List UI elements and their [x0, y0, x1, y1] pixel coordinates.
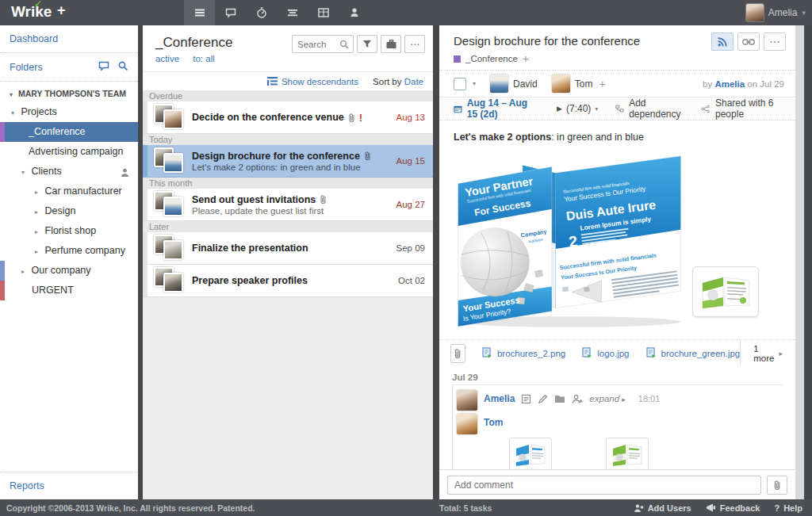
task-row[interactable]: Decide on the conference venue ! Aug 13: [143, 101, 433, 134]
complete-checkbox[interactable]: [454, 78, 466, 90]
sidebar-item-urgent[interactable]: URGENT: [0, 281, 138, 300]
team-name: MARY THOMPSON'S TEAM: [18, 89, 126, 98]
chevron-right-icon: ▸: [779, 350, 783, 357]
clipboard-icon[interactable]: [521, 394, 531, 404]
filter-button[interactable]: [357, 35, 377, 53]
assignee-name: David: [513, 78, 538, 90]
sort-control[interactable]: Sort by Date: [373, 77, 423, 86]
brochure-image[interactable]: Successful firm with solid financials Yo…: [452, 147, 690, 330]
descendants-icon: [267, 77, 278, 86]
add-folder-tag-button[interactable]: +: [523, 52, 529, 65]
archive-button[interactable]: [381, 35, 401, 53]
menu-icon: [193, 6, 206, 19]
sidebar-item-florist-shop[interactable]: ▸ Florist shop: [0, 221, 138, 241]
chat-button[interactable]: [215, 0, 246, 25]
table-view-button[interactable]: [308, 0, 339, 25]
task-total: Total: 5 tasks: [439, 503, 492, 513]
folder-tag[interactable]: _Conference: [465, 54, 518, 63]
more-options-button[interactable]: ⋯: [404, 35, 425, 53]
task-row[interactable]: Finalize the presentation Sep 09: [143, 232, 433, 265]
scrollbar-gutter[interactable]: [795, 25, 804, 499]
add-dependency-button[interactable]: Add dependency: [615, 97, 684, 120]
timer-button[interactable]: [246, 0, 277, 25]
date-range-control[interactable]: Aug 14 – Aug 15 (2d): [454, 97, 539, 120]
search-input[interactable]: [293, 36, 339, 52]
comment-attach-button[interactable]: [767, 476, 787, 495]
task-description[interactable]: Let's make 2 options: in green and in bl…: [439, 120, 795, 146]
attachment-chip[interactable]: brochure_green.jpg: [645, 347, 741, 359]
important-icon: !: [359, 112, 362, 124]
sidebar-item-projects[interactable]: ▾ Projects: [0, 102, 138, 122]
more-attachments-button[interactable]: 1 more ▸: [740, 340, 795, 366]
show-descendants-toggle[interactable]: Show descendants: [267, 77, 358, 86]
task-list-header: _Conference active to: all: [143, 25, 433, 71]
tree-label: Projects: [21, 106, 57, 117]
assignee-tom[interactable]: Tom: [552, 75, 593, 93]
play-icon: ▶: [557, 105, 562, 113]
sidebar-item-our-company[interactable]: ▸ Our company: [0, 261, 138, 281]
byline-author[interactable]: Amelia: [714, 79, 745, 89]
tree-label: Florist shop: [45, 225, 97, 236]
task-row-selected[interactable]: Design brochure for the conference Let's…: [143, 145, 433, 178]
activity-stream-button[interactable]: [277, 0, 308, 25]
add-comment-input[interactable]: [447, 476, 761, 495]
pencil-icon[interactable]: [538, 394, 548, 404]
avatar: [552, 75, 570, 93]
status-dropdown-icon[interactable]: ▾: [473, 80, 476, 87]
sidebar-item-car-manufacturer[interactable]: ▸ Car manufacturer: [0, 182, 138, 201]
sidebar-item-design[interactable]: ▸ Design: [0, 201, 138, 221]
sidebar-item-reports[interactable]: Reports: [0, 472, 138, 499]
task-row[interactable]: Prepare speaker profiles Oct 02: [143, 265, 433, 297]
permalink-button[interactable]: [737, 32, 760, 51]
add-users-button[interactable]: Add Users: [634, 503, 691, 513]
follow-button[interactable]: [711, 32, 733, 51]
task-row[interactable]: Send out guest invitations Please, updat…: [143, 189, 433, 221]
help-button[interactable]: ? Help: [774, 503, 802, 513]
link-icon: [742, 38, 755, 46]
add-users-label: Add Users: [648, 503, 691, 513]
feedback-button[interactable]: Feedback: [706, 503, 760, 513]
comment-author[interactable]: Tom: [484, 417, 503, 428]
task-main: Prepare speaker profiles: [189, 275, 392, 286]
chat-bubble-icon: [224, 6, 237, 19]
folder-search-icon[interactable]: [117, 60, 128, 74]
blue-brochure-thumb[interactable]: [509, 438, 552, 472]
more-options-button[interactable]: ⋯: [764, 32, 786, 51]
user-menu[interactable]: Amelia ▾: [746, 0, 806, 25]
add-new-button[interactable]: +: [57, 2, 66, 19]
sidebar-item-folders[interactable]: Folders: [0, 53, 138, 82]
sidebar-item-conference[interactable]: _Conference: [0, 122, 138, 142]
filter-active[interactable]: active: [155, 54, 179, 63]
sidebar-team-header[interactable]: ▾ MARY THOMPSON'S TEAM: [0, 82, 138, 102]
wrike-logo[interactable]: Wrike ✓: [11, 3, 52, 21]
attachment-chip[interactable]: brochures_2.png: [481, 347, 565, 359]
sidebar-item-clients[interactable]: ▾ Clients: [0, 162, 138, 182]
people-button[interactable]: [339, 0, 370, 25]
green-brochure-thumb[interactable]: [606, 438, 649, 472]
task-list-view-button[interactable]: [184, 0, 215, 25]
share-control[interactable]: Shared with 6 people: [701, 97, 784, 120]
sidebar-item-dashboard[interactable]: Dashboard: [0, 25, 138, 53]
comment-author[interactable]: Amelia: [484, 393, 515, 404]
filter-assignee[interactable]: to: all: [193, 54, 215, 63]
chevron-down-icon: ▾: [10, 91, 13, 98]
briefcase-icon: [385, 39, 397, 49]
sidebar-item-perfume-company[interactable]: ▸ Perfume company: [0, 241, 138, 261]
sidebar-item-advertising-campaign[interactable]: Advertising campaign: [0, 142, 138, 162]
time-tracking-control[interactable]: ▶ (7:40) ▾: [557, 103, 598, 114]
detail-actions: ⋯: [711, 32, 786, 51]
comment-amelia: Amelia expand ▸ 18:01: [457, 390, 784, 411]
attach-file-button[interactable]: [450, 344, 465, 363]
task-main: Send out guest invitations Please, updat…: [189, 194, 390, 216]
attachment-chip[interactable]: logo.jpg: [581, 347, 629, 359]
section-header-later: Later: [143, 221, 433, 232]
schedule-row: Aug 14 – Aug 15 (2d) ▶ (7:40) ▾ Add depe…: [439, 97, 795, 120]
folder-chat-icon[interactable]: [98, 61, 109, 74]
tag-row: _Conference +: [454, 52, 784, 65]
expand-comment-button[interactable]: expand ▸: [589, 394, 625, 403]
add-person-icon[interactable]: [572, 394, 583, 404]
green-brochure-thumbnail[interactable]: [692, 266, 759, 317]
add-assignee-button[interactable]: +: [599, 78, 605, 90]
folder-icon[interactable]: [554, 394, 565, 403]
assignee-david[interactable]: David: [490, 75, 538, 93]
